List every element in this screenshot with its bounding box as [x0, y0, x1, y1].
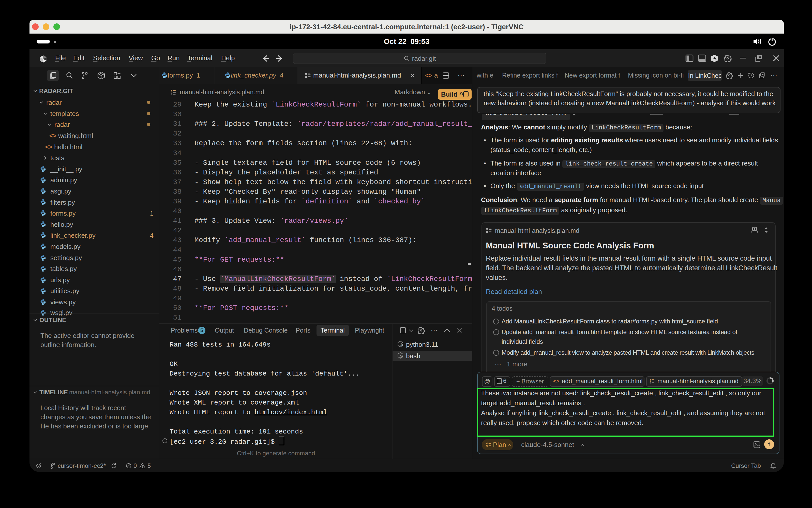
svg-text:s: s	[401, 344, 402, 346]
svg-text:s: s	[401, 355, 402, 358]
